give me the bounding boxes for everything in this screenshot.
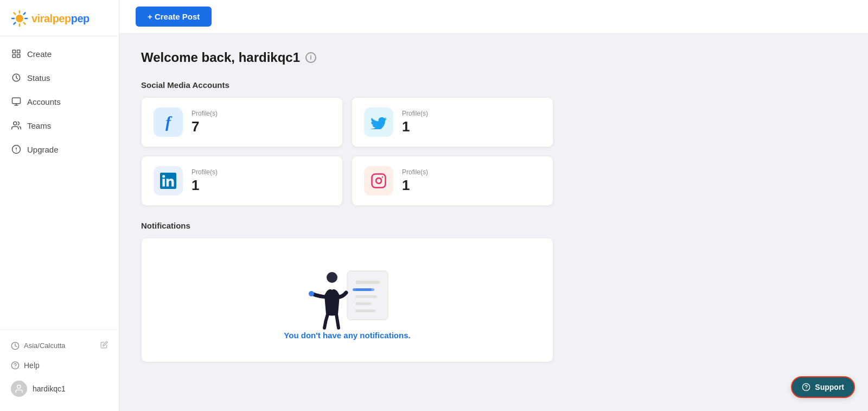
svg-rect-28 <box>355 281 380 284</box>
logo-viral: viralpep <box>31 12 71 24</box>
welcome-text: Welcome back, hardikqc1 <box>141 50 300 65</box>
instagram-account-info: Profile(s) 1 <box>402 168 428 194</box>
linkedin-profiles-label: Profile(s) <box>192 168 218 176</box>
linkedin-account-card[interactable]: Profile(s) 1 <box>141 156 343 206</box>
top-bar: + Create Post <box>119 0 868 34</box>
sidebar-item-create[interactable]: Create <box>0 42 119 66</box>
sidebar: viralpeppep Create Status <box>0 0 119 411</box>
instagram-account-card[interactable]: Profile(s) 1 <box>352 156 553 206</box>
create-label: Create <box>27 49 52 59</box>
info-icon[interactable]: i <box>305 52 316 63</box>
accounts-icon <box>11 96 22 107</box>
twitter-icon <box>371 116 387 129</box>
status-icon <box>11 72 22 83</box>
instagram-icon <box>371 173 387 189</box>
notifications-section: Notifications <box>141 221 553 362</box>
clock-icon <box>11 342 20 350</box>
teams-label: Teams <box>27 121 51 130</box>
logo-sun-icon <box>11 10 28 27</box>
svg-rect-25 <box>372 174 386 188</box>
user-profile-item[interactable]: hardikqc1 <box>0 375 119 402</box>
svg-rect-10 <box>17 50 20 53</box>
linkedin-account-info: Profile(s) 1 <box>192 168 218 194</box>
main-area: + Create Post Welcome back, hardikqc1 i … <box>119 0 868 411</box>
facebook-icon: f <box>165 113 171 131</box>
avatar <box>11 381 27 397</box>
social-accounts-title: Social Media Accounts <box>141 80 846 90</box>
linkedin-profiles-count: 1 <box>192 177 218 194</box>
username-label: hardikqc1 <box>33 384 66 393</box>
no-notifications-text: You don't have any notifications. <box>284 331 410 340</box>
twitter-profiles-count: 1 <box>402 118 428 135</box>
instagram-profiles-label: Profile(s) <box>402 168 428 176</box>
twitter-account-card[interactable]: Profile(s) 1 <box>352 97 553 147</box>
svg-rect-30 <box>355 295 377 298</box>
support-label: Support <box>815 383 844 391</box>
facebook-profiles-count: 7 <box>192 118 218 135</box>
facebook-icon-box: f <box>154 108 183 137</box>
sidebar-bottom: Asia/Calcutta Help hardikqc1 <box>0 330 119 411</box>
notifications-card: You don't have any notifications. <box>141 238 553 362</box>
svg-line-7 <box>24 13 25 15</box>
svg-line-8 <box>14 23 16 24</box>
linkedin-icon-box <box>154 166 183 195</box>
svg-rect-31 <box>355 302 372 305</box>
accounts-label: Accounts <box>27 97 61 106</box>
svg-rect-12 <box>17 55 20 58</box>
svg-point-33 <box>327 272 337 283</box>
svg-rect-14 <box>12 98 21 104</box>
timezone-item[interactable]: Asia/Calcutta <box>0 336 119 356</box>
help-label: Help <box>24 361 40 370</box>
svg-point-24 <box>17 385 21 388</box>
svg-line-6 <box>24 23 25 24</box>
main-content: Welcome back, hardikqc1 i Social Media A… <box>119 34 868 411</box>
twitter-profiles-label: Profile(s) <box>402 110 428 117</box>
upgrade-icon <box>11 144 22 155</box>
logo-pep: pep <box>71 12 90 24</box>
svg-rect-32 <box>355 309 376 312</box>
notifications-title: Notifications <box>141 221 553 230</box>
help-icon <box>11 361 20 370</box>
instagram-icon-box <box>364 166 393 195</box>
facebook-account-info: Profile(s) 7 <box>192 110 218 135</box>
svg-point-17 <box>14 122 17 125</box>
twitter-icon-box <box>364 108 393 137</box>
facebook-profiles-label: Profile(s) <box>192 110 218 117</box>
timezone-label: Asia/Calcutta <box>24 342 66 350</box>
sidebar-item-accounts[interactable]: Accounts <box>0 90 119 113</box>
linkedin-icon <box>160 173 176 189</box>
help-item[interactable]: Help <box>0 356 119 375</box>
svg-rect-11 <box>12 55 15 58</box>
sidebar-item-status[interactable]: Status <box>0 66 119 90</box>
support-button[interactable]: Support <box>791 376 855 398</box>
sidebar-item-upgrade[interactable]: Upgrade <box>0 137 119 161</box>
logo-area: viralpeppep <box>0 0 119 36</box>
support-icon <box>802 383 810 391</box>
sidebar-navigation: Create Status Accounts <box>0 36 119 330</box>
accounts-grid: f Profile(s) 7 Profile(s) 1 <box>141 97 553 206</box>
upgrade-label: Upgrade <box>27 145 59 154</box>
create-icon <box>11 48 22 59</box>
create-post-button[interactable]: + Create Post <box>136 7 212 27</box>
edit-icon[interactable] <box>100 341 108 350</box>
status-label: Status <box>27 73 50 83</box>
svg-line-5 <box>14 13 16 15</box>
welcome-heading: Welcome back, hardikqc1 i <box>141 50 846 65</box>
facebook-account-card[interactable]: f Profile(s) 7 <box>141 97 343 147</box>
svg-rect-9 <box>12 50 15 53</box>
support-button-wrapper: Support <box>791 376 855 398</box>
svg-point-0 <box>16 15 23 22</box>
logo-text: viralpeppep <box>31 12 90 25</box>
teams-icon <box>11 120 22 131</box>
instagram-profiles-count: 1 <box>402 177 428 194</box>
svg-rect-35 <box>353 288 372 291</box>
twitter-account-info: Profile(s) 1 <box>402 110 428 135</box>
sidebar-item-teams[interactable]: Teams <box>0 113 119 137</box>
empty-notifications-illustration <box>298 260 396 331</box>
svg-point-34 <box>309 291 314 296</box>
